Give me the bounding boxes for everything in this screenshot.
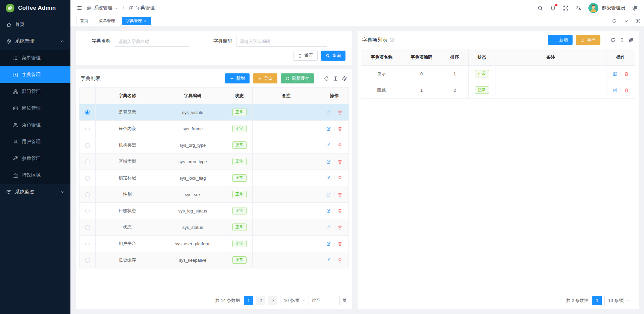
sidebar-item-parameter-management[interactable]: 参数管理: [0, 150, 70, 167]
info-icon[interactable]: [389, 38, 394, 42]
notification-bell-icon[interactable]: [550, 5, 556, 11]
row-radio[interactable]: [85, 209, 90, 213]
sidebar-item-dictionary-management[interactable]: 字典管理: [0, 66, 70, 83]
delete-icon[interactable]: [337, 192, 342, 197]
translate-icon[interactable]: [576, 5, 582, 11]
delete-icon[interactable]: [337, 176, 342, 181]
close-icon[interactable]: [144, 19, 147, 22]
edit-icon[interactable]: [326, 126, 331, 131]
export-dict-button[interactable]: 导出: [253, 73, 277, 83]
edit-icon[interactable]: [612, 88, 618, 93]
sidebar-item-system-monitor[interactable]: 系统监控: [0, 184, 70, 200]
row-height-icon[interactable]: [333, 76, 338, 81]
table-row[interactable]: 日志状态sys_log_status正常: [79, 203, 349, 219]
page-size-select[interactable]: 10 条/页: [280, 296, 309, 305]
jump-page-input[interactable]: [323, 296, 340, 305]
edit-icon[interactable]: [326, 225, 331, 230]
sidebar-item-admin-region[interactable]: 行政区域: [0, 167, 70, 184]
row-radio[interactable]: [85, 127, 90, 131]
department-icon: [13, 89, 18, 95]
row-radio[interactable]: [85, 110, 90, 115]
page-button-1[interactable]: 1: [592, 296, 602, 305]
query-button[interactable]: 查询: [321, 51, 345, 61]
refresh-tab-icon[interactable]: [608, 16, 620, 26]
row-radio[interactable]: [85, 242, 90, 246]
menu-fold-icon[interactable]: [76, 5, 83, 11]
table-row[interactable]: 区域类型sys_area_type正常: [79, 153, 349, 170]
row-radio[interactable]: [85, 176, 90, 181]
fullscreen-icon[interactable]: [563, 5, 569, 11]
delete-icon[interactable]: [337, 258, 342, 263]
refresh-cache-button[interactable]: 刷新缓存: [281, 73, 314, 83]
tab-home[interactable]: 首页: [76, 17, 92, 25]
row-radio[interactable]: [85, 258, 90, 263]
breadcrumb-page[interactable]: 字典管理: [129, 5, 155, 11]
edit-icon[interactable]: [326, 241, 331, 246]
table-row[interactable]: 隐藏12正常: [361, 82, 635, 99]
dict-code-cell: sys_log_status: [159, 203, 226, 219]
edit-icon[interactable]: [612, 71, 618, 76]
edit-icon[interactable]: [326, 110, 331, 115]
refresh-table-icon[interactable]: [610, 37, 616, 43]
refresh-table-icon[interactable]: [324, 76, 329, 81]
dict-name-input[interactable]: [115, 36, 189, 47]
delete-icon[interactable]: [337, 159, 342, 164]
edit-icon[interactable]: [326, 192, 331, 197]
table-row[interactable]: 是否缓存sys_keepalive正常: [79, 252, 349, 268]
edit-icon[interactable]: [326, 159, 331, 164]
table-row[interactable]: 锁定标记sys_lock_flag正常: [79, 170, 349, 186]
sidebar-item-menu-management[interactable]: 菜单管理: [0, 50, 70, 66]
edit-icon[interactable]: [326, 208, 331, 213]
reset-button[interactable]: 重置: [293, 51, 318, 61]
dict-code-cell: sys_frame: [159, 121, 226, 137]
username[interactable]: 超级管理员: [602, 5, 625, 11]
sidebar-item-user-management[interactable]: 用户管理: [0, 133, 70, 150]
table-row[interactable]: 显示01正常: [361, 66, 635, 82]
delete-icon[interactable]: [624, 71, 629, 76]
sidebar-item-department-management[interactable]: 部门管理: [0, 83, 70, 100]
breadcrumb-section[interactable]: 系统管理: [87, 5, 118, 11]
table-row[interactable]: 是否显示sys_visible正常: [79, 104, 349, 121]
search-icon[interactable]: [537, 5, 543, 11]
row-height-icon[interactable]: [619, 37, 625, 43]
edit-icon[interactable]: [326, 176, 331, 181]
edit-icon[interactable]: [326, 258, 331, 263]
row-radio[interactable]: [85, 143, 90, 148]
column-settings-gear-icon[interactable]: [628, 37, 634, 43]
row-radio[interactable]: [85, 160, 90, 164]
table-row[interactable]: 用户平台sys_user_platform正常: [79, 236, 349, 252]
table-row[interactable]: 状态sys_status正常: [79, 219, 349, 236]
row-radio[interactable]: [85, 192, 90, 197]
delete-icon[interactable]: [337, 208, 342, 213]
sidebar-item-post-management[interactable]: 岗位管理: [0, 100, 70, 117]
edit-icon[interactable]: [326, 143, 331, 148]
table-row[interactable]: 机构类型sys_org_type正常: [79, 137, 349, 153]
settings-gear-icon[interactable]: [632, 5, 638, 11]
table-row[interactable]: 性别sys_sex正常: [79, 186, 349, 203]
export-dict-items-button[interactable]: 导出: [576, 35, 600, 45]
sidebar-item-home[interactable]: 首页: [0, 16, 70, 33]
table-row[interactable]: 是否内嵌sys_frame正常: [79, 121, 349, 137]
delete-icon[interactable]: [337, 225, 342, 230]
page-size-select[interactable]: 10 条/页: [604, 296, 633, 305]
dict-code-input[interactable]: [236, 36, 327, 47]
sidebar-item-system-management[interactable]: 系统管理: [0, 33, 70, 50]
next-page-button[interactable]: >: [268, 296, 277, 305]
delete-icon[interactable]: [337, 126, 342, 131]
tab-options-chevron-icon[interactable]: [620, 16, 632, 26]
page-button-1[interactable]: 1: [244, 296, 253, 305]
column-settings-gear-icon[interactable]: [342, 76, 347, 81]
delete-icon[interactable]: [624, 88, 629, 93]
maximize-content-icon[interactable]: [632, 16, 644, 26]
page-button-2[interactable]: 2: [256, 296, 265, 305]
add-dict-item-button[interactable]: 新增: [548, 35, 573, 45]
delete-icon[interactable]: [337, 110, 342, 115]
user-avatar[interactable]: [588, 3, 598, 13]
delete-icon[interactable]: [337, 241, 342, 246]
delete-icon[interactable]: [337, 143, 342, 148]
sidebar-item-role-management[interactable]: 角色管理: [0, 117, 70, 133]
tab-menu-management[interactable]: 菜单管理: [95, 17, 119, 25]
tab-dictionary-management[interactable]: 字典管理: [122, 17, 151, 25]
row-radio[interactable]: [85, 225, 90, 230]
add-dict-button[interactable]: 新增: [225, 73, 250, 83]
